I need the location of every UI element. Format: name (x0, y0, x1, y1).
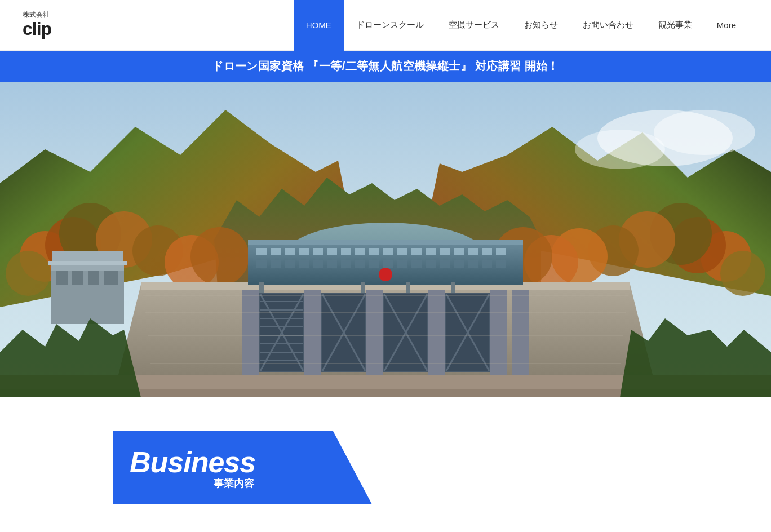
business-section: Business 事業内容 (0, 397, 771, 504)
main-nav: HOME ドローンスクール 空撮サービス お知らせ お問い合わせ 観光事業 Mo… (294, 0, 748, 51)
nav-item-tourism[interactable]: 観光事業 (646, 0, 704, 51)
svg-rect-64 (369, 260, 379, 268)
svg-rect-58 (285, 260, 295, 268)
banner-text: ドローン国家資格 『一等/二等無人航空機操縦士』 対応講習 開始！ (212, 60, 559, 72)
svg-rect-55 (496, 248, 506, 255)
svg-rect-107 (406, 282, 410, 293)
svg-rect-53 (468, 248, 478, 255)
svg-rect-75 (304, 290, 321, 375)
svg-rect-47 (383, 248, 393, 255)
svg-rect-62 (341, 260, 351, 268)
logo[interactable]: 株式会社 clip (23, 11, 51, 38)
svg-rect-63 (355, 260, 365, 268)
svg-rect-72 (482, 260, 492, 268)
svg-rect-42 (313, 248, 323, 255)
svg-point-17 (720, 251, 765, 296)
company-name-large: clip (23, 19, 51, 39)
svg-rect-29 (72, 271, 83, 285)
svg-rect-106 (361, 282, 365, 293)
svg-rect-39 (271, 248, 281, 255)
svg-rect-73 (496, 260, 506, 268)
nav-item-news[interactable]: お知らせ (512, 0, 570, 51)
svg-rect-56 (256, 260, 267, 268)
nav-item-contact[interactable]: お問い合わせ (570, 0, 646, 51)
svg-rect-33 (48, 261, 127, 265)
svg-rect-52 (454, 248, 464, 255)
svg-rect-71 (468, 260, 478, 268)
announcement-banner[interactable]: ドローン国家資格 『一等/二等無人航空機操縦士』 対応講習 開始！ (0, 51, 771, 82)
nav-item-drone-school[interactable]: ドローンスクール (344, 0, 436, 51)
svg-rect-45 (355, 248, 365, 255)
svg-rect-65 (383, 260, 393, 268)
svg-rect-69 (440, 260, 450, 268)
svg-point-23 (190, 227, 249, 286)
business-blue-panel: Business 事業内容 (113, 431, 372, 504)
svg-rect-43 (327, 248, 337, 255)
svg-rect-70 (454, 260, 464, 268)
svg-rect-40 (285, 248, 295, 255)
svg-rect-108 (451, 282, 455, 293)
svg-rect-68 (426, 260, 436, 268)
svg-rect-50 (426, 248, 436, 255)
hero-section (0, 82, 771, 397)
nav-item-home[interactable]: HOME (294, 0, 344, 51)
svg-rect-48 (397, 248, 407, 255)
svg-rect-60 (313, 260, 323, 268)
nav-item-aerial-service[interactable]: 空撮サービス (436, 0, 512, 51)
business-header: Business 事業内容 (0, 431, 771, 504)
svg-rect-38 (256, 248, 267, 255)
svg-rect-78 (490, 290, 507, 375)
svg-point-104 (379, 268, 392, 281)
svg-rect-67 (411, 260, 422, 268)
nav-item-more[interactable]: More (704, 0, 748, 51)
svg-rect-59 (299, 260, 309, 268)
svg-rect-51 (440, 248, 450, 255)
svg-rect-76 (366, 290, 383, 375)
svg-rect-41 (299, 248, 309, 255)
hero-image (0, 82, 771, 397)
svg-rect-54 (482, 248, 492, 255)
business-title: Business (130, 445, 338, 479)
company-name-small: 株式会社 (23, 11, 51, 19)
svg-rect-105 (259, 282, 264, 293)
svg-rect-37 (248, 240, 523, 245)
svg-rect-77 (428, 290, 445, 375)
svg-rect-46 (369, 248, 379, 255)
svg-rect-28 (56, 271, 68, 285)
svg-point-6 (654, 110, 755, 155)
site-header: 株式会社 clip HOME ドローンスクール 空撮サービス お知らせ お問い合… (0, 0, 771, 51)
svg-rect-74 (242, 290, 259, 375)
svg-rect-30 (88, 271, 99, 285)
svg-rect-79 (512, 290, 529, 375)
svg-rect-57 (271, 260, 281, 268)
svg-rect-31 (104, 271, 118, 285)
svg-rect-61 (327, 260, 337, 268)
svg-rect-66 (397, 260, 407, 268)
svg-rect-44 (341, 248, 351, 255)
svg-rect-49 (411, 248, 422, 255)
svg-point-11 (6, 251, 51, 296)
business-subtitle: 事業内容 (130, 477, 338, 490)
svg-point-5 (575, 130, 665, 169)
